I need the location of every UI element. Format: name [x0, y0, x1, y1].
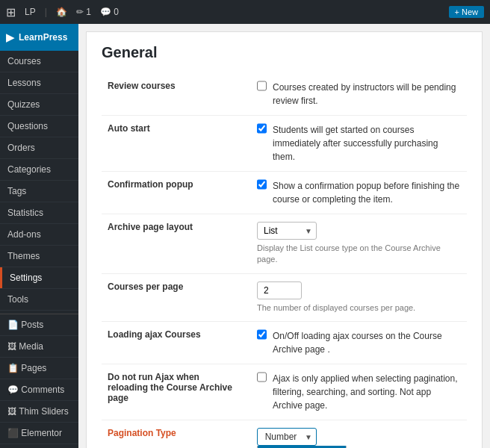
menu-item-tags[interactable]: Tags — [0, 181, 78, 202]
checkbox-label-ajax: On/Off loading ajax courses on the Cours… — [273, 329, 461, 356]
checkbox-row-noajax: Ajax is only applied when selecting pagi… — [257, 372, 461, 412]
checkbox-auto-start[interactable] — [257, 123, 267, 134]
setting-control-review: Courses created by instructors will be p… — [251, 73, 467, 116]
checkbox-no-ajax-reload[interactable] — [257, 372, 267, 382]
menu-item-addons[interactable]: Add-ons — [0, 224, 78, 246]
input-courses-per-page[interactable] — [257, 281, 302, 299]
setting-label-ajax: Loading ajax Courses — [102, 322, 251, 364]
setting-auto-start: Auto start Students will get started on … — [102, 116, 467, 172]
wp-logo[interactable]: ⊞ — [6, 5, 16, 19]
settings-table: Review courses Courses created by instru… — [102, 73, 467, 448]
setting-label-pagination: Pagination Type — [102, 420, 251, 448]
site-name[interactable]: LP — [25, 7, 36, 17]
setting-control-perpage: The number of displayed courses per page… — [251, 273, 467, 321]
checkbox-label-confirmation: Show a confirmation popup before finishi… — [273, 179, 461, 206]
wp-menu: 📄 Posts 🖼 Media 📋 Pages 💬 Comments 🖼 Thi… — [0, 314, 78, 448]
learnpress-menu: Courses Lessons Quizzes Questions Orders… — [0, 51, 78, 311]
brand-label: LearnPress — [19, 32, 67, 43]
checkbox-row-ajax: On/Off loading ajax courses on the Cours… — [257, 329, 461, 356]
setting-label-autostart: Auto start — [102, 116, 251, 172]
admin-bar: ⊞ LP | 🏠 ✏ 1 💬 0 + New — [0, 0, 490, 24]
menu-item-courses[interactable]: Courses — [0, 51, 78, 72]
comments-link[interactable]: 💬 0 — [100, 7, 119, 17]
checkbox-label-review: Courses created by instructors will be p… — [273, 81, 461, 108]
home-link[interactable]: 🏠 — [56, 7, 67, 17]
wp-menu-elementor[interactable]: ⬛ Elementor — [0, 423, 78, 444]
checkbox-confirmation-popup[interactable] — [257, 179, 267, 190]
edit-link[interactable]: ✏ 1 — [76, 7, 91, 17]
checkbox-loading-ajax[interactable] — [257, 329, 267, 340]
select-wrapper-layout: List Grid ▼ — [257, 222, 317, 240]
wp-menu-templates[interactable]: 📄 Templates — [0, 444, 78, 448]
wp-menu-thim-sliders[interactable]: 🖼 Thim Sliders — [0, 401, 78, 423]
setting-control-autostart: Students will get started on courses imm… — [251, 116, 467, 172]
wp-menu-comments[interactable]: 💬 Comments — [0, 379, 78, 401]
menu-item-orders[interactable]: Orders — [0, 137, 78, 159]
dropdown-pagination-trigger[interactable]: Number — [257, 428, 317, 446]
setting-control-pagination: Number ▼ Number Load More Infinite Scrol… — [251, 420, 467, 448]
setting-loading-ajax: Loading ajax Courses On/Off loading ajax… — [102, 322, 467, 364]
setting-archive-layout: Archive page layout List Grid ▼ Display … — [102, 214, 467, 274]
brand-icon: ▶ — [6, 31, 14, 43]
setting-courses-per-page: Courses per page The number of displayed… — [102, 273, 467, 321]
page-title: General — [102, 44, 467, 61]
setting-control-noajax: Ajax is only applied when selecting pagi… — [251, 364, 467, 420]
wp-menu-media[interactable]: 🖼 Media — [0, 336, 78, 358]
desc-archive-layout: Display the List course type on the Cour… — [257, 243, 461, 266]
setting-label-noajax: Do not run Ajax when reloading the Cours… — [102, 364, 251, 420]
checkbox-review-courses[interactable] — [257, 81, 267, 91]
sidebar: ▶ LearnPress Courses Lessons Quizzes Que… — [0, 24, 78, 448]
setting-confirmation-popup: Confirmation popup Show a confirmation p… — [102, 172, 467, 214]
checkbox-row-review: Courses created by instructors will be p… — [257, 81, 461, 108]
setting-label-archive: Archive page layout — [102, 214, 251, 274]
checkbox-row-autostart: Students will get started on courses imm… — [257, 123, 461, 164]
new-button[interactable]: + New — [449, 6, 485, 18]
desc-courses-per-page: The number of displayed courses per page… — [257, 302, 461, 314]
setting-control-confirmation: Show a confirmation popup before finishi… — [251, 172, 467, 214]
wordpress-icon: ⊞ — [6, 5, 16, 19]
checkbox-label-autostart: Students will get started on courses imm… — [273, 123, 461, 164]
setting-no-ajax-reload: Do not run Ajax when reloading the Cours… — [102, 364, 467, 420]
setting-pagination-type: Pagination Type Number ▼ Number — [102, 420, 467, 448]
menu-item-tools[interactable]: Tools — [0, 289, 78, 311]
checkbox-row-confirmation: Show a confirmation popup before finishi… — [257, 179, 461, 206]
setting-review-courses: Review courses Courses created by instru… — [102, 73, 467, 116]
setting-control-archive: List Grid ▼ Display the List course type… — [251, 214, 467, 274]
menu-item-questions[interactable]: Questions — [0, 116, 78, 137]
separator: | — [45, 7, 47, 17]
sidebar-brand[interactable]: ▶ LearnPress — [0, 24, 78, 51]
setting-label-confirmation: Confirmation popup — [102, 172, 251, 214]
setting-control-ajax: On/Off loading ajax courses on the Cours… — [251, 322, 467, 364]
settings-panel: General Review courses Courses created b… — [86, 31, 483, 448]
setting-label-review: Review courses — [102, 73, 251, 116]
wp-menu-pages[interactable]: 📋 Pages — [0, 358, 78, 379]
menu-item-settings[interactable]: Settings — [0, 267, 78, 289]
dropdown-pagination-container: Number ▼ Number Load More Infinite Scrol… — [257, 428, 317, 446]
menu-item-quizzes[interactable]: Quizzes — [0, 94, 78, 116]
checkbox-label-noajax: Ajax is only applied when selecting pagi… — [273, 372, 461, 412]
wp-menu-posts[interactable]: 📄 Posts — [0, 314, 78, 336]
menu-item-themes[interactable]: Themes — [0, 246, 78, 267]
select-archive-layout[interactable]: List Grid — [257, 222, 317, 240]
menu-item-categories[interactable]: Categories — [0, 159, 78, 181]
menu-item-lessons[interactable]: Lessons — [0, 72, 78, 94]
menu-item-statistics[interactable]: Statistics — [0, 202, 78, 224]
main-content: General Review courses Courses created b… — [78, 24, 490, 448]
setting-label-perpage: Courses per page — [102, 273, 251, 321]
